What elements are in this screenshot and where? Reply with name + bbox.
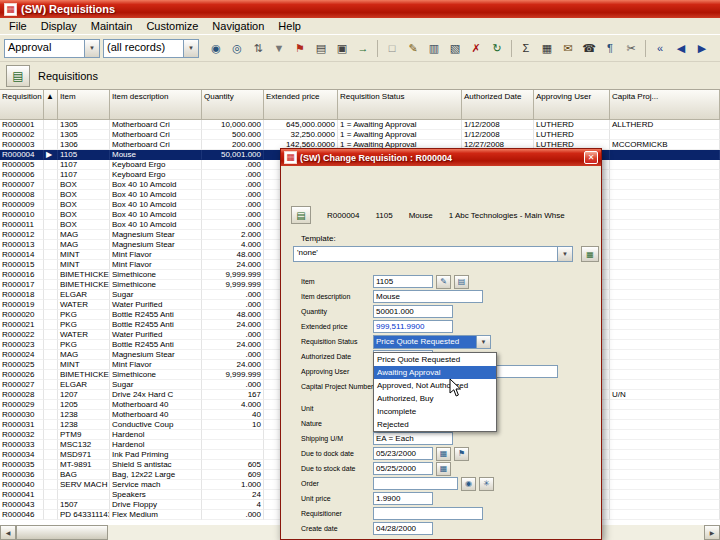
print-icon[interactable]: ▤: [311, 39, 331, 58]
column-header-7[interactable]: Authorized Date: [462, 90, 534, 120]
cell: 1.000: [202, 480, 264, 490]
print-preview-icon[interactable]: ▣: [332, 39, 352, 58]
template-combo[interactable]: 'none' ▼: [293, 246, 573, 262]
field-input[interactable]: [373, 477, 458, 490]
dock-date-flag-icon[interactable]: ⚑: [454, 447, 469, 461]
order-options-icon[interactable]: ✳: [479, 477, 494, 491]
template-combo-dropdown-icon[interactable]: ▼: [557, 247, 572, 261]
last-record-icon[interactable]: »: [713, 39, 720, 58]
table-row[interactable]: R0000011305Motherboard Cri10,000.000645,…: [0, 120, 720, 130]
field-input[interactable]: 999,511.9900: [373, 320, 453, 333]
cell: Magnesium Stear: [110, 240, 202, 250]
field-input[interactable]: [373, 507, 483, 520]
column-header-0[interactable]: Requisition: [0, 90, 44, 120]
column-header-4[interactable]: Quantity: [202, 90, 264, 120]
column-header-8[interactable]: Approving User: [534, 90, 610, 120]
field-input[interactable]: 1.9900: [373, 492, 433, 505]
find-icon[interactable]: ◉: [206, 39, 226, 58]
find-next-icon[interactable]: ◎: [227, 39, 247, 58]
field-input[interactable]: 1105: [373, 275, 433, 288]
cell: R000030: [0, 410, 44, 420]
cell: R000006: [0, 170, 44, 180]
new-record-icon[interactable]: □: [382, 39, 402, 58]
notes-icon[interactable]: ¶: [600, 39, 620, 58]
item-edit-icon[interactable]: ✎: [436, 275, 451, 289]
stock-date-calendar-icon[interactable]: ▦: [436, 462, 451, 476]
approval-combo-dropdown-icon[interactable]: ▼: [84, 40, 99, 57]
order-search-icon[interactable]: ◉: [461, 477, 476, 491]
requisitions-form-icon[interactable]: ▤: [6, 65, 30, 87]
column-header-6[interactable]: Requisition Status: [338, 90, 462, 120]
attachments-icon[interactable]: ✂: [621, 39, 641, 58]
requisition-status-combo[interactable]: Price Quote Requested▼: [373, 335, 491, 349]
app-icon[interactable]: ▦: [4, 3, 17, 16]
dropdown-option[interactable]: Rejected: [374, 418, 496, 431]
refresh-icon[interactable]: ↻: [487, 39, 507, 58]
column-header-9[interactable]: Capita Proj...: [610, 90, 720, 120]
sort-icon[interactable]: ⇅: [248, 39, 268, 58]
field-label: Create date: [301, 525, 373, 532]
cell: Motherboard Cri: [110, 130, 202, 140]
edit-record-icon[interactable]: ✎: [403, 39, 423, 58]
field-input[interactable]: 04/28/2000: [373, 522, 433, 535]
records-filter-dropdown-icon[interactable]: ▼: [183, 40, 198, 57]
mail-icon[interactable]: ✉: [558, 39, 578, 58]
menu-item-maintain[interactable]: Maintain: [84, 19, 140, 33]
cell: [44, 360, 58, 370]
cell: Mint Flavor: [110, 250, 202, 260]
table-row[interactable]: R0000021305Motherboard Cri500.00032,250.…: [0, 130, 720, 140]
delete-record-icon[interactable]: ✗: [466, 39, 486, 58]
column-header-3[interactable]: Item description: [110, 90, 202, 120]
field-label: Nature: [301, 420, 373, 427]
dropdown-option[interactable]: Awaiting Approval: [374, 366, 496, 379]
phone-icon[interactable]: ☎: [579, 39, 599, 58]
cell: MINT: [58, 260, 110, 270]
approval-combo[interactable]: Approval ▼: [4, 39, 100, 58]
column-header-5[interactable]: Extended price: [264, 90, 338, 120]
cell: 609: [202, 470, 264, 480]
next-record-icon[interactable]: ▶: [692, 39, 712, 58]
cell: Box 40 10 Amcold: [110, 180, 202, 190]
dropdown-option[interactable]: Approved, Not Authorized: [374, 379, 496, 392]
dropdown-option[interactable]: Authorized, Buy: [374, 392, 496, 405]
requisition-status-dropdown-icon[interactable]: ▼: [476, 336, 490, 348]
dropdown-option[interactable]: Incomplete: [374, 405, 496, 418]
first-record-icon[interactable]: «: [650, 39, 670, 58]
menu-item-display[interactable]: Display: [34, 19, 84, 33]
dropdown-option[interactable]: Price Quote Requested: [374, 353, 496, 366]
column-header-2[interactable]: Item: [58, 90, 110, 120]
menu-item-help[interactable]: Help: [271, 19, 308, 33]
cell: [610, 200, 720, 210]
close-icon[interactable]: ✕: [584, 151, 598, 164]
cell: R000016: [0, 270, 44, 280]
filter-icon[interactable]: ▼: [269, 39, 289, 58]
menu-item-file[interactable]: File: [2, 19, 34, 33]
paste-icon[interactable]: ▧: [445, 39, 465, 58]
prev-record-icon[interactable]: ◀: [671, 39, 691, 58]
field-input[interactable]: EA = Each: [373, 432, 453, 445]
records-filter-value: (all records): [104, 40, 183, 57]
scroll-right-icon[interactable]: ▶: [704, 525, 720, 540]
export-icon[interactable]: →: [353, 39, 373, 58]
record-form-icon[interactable]: ▤: [291, 206, 311, 224]
cell: [44, 480, 58, 490]
item-note-icon[interactable]: ▤: [454, 275, 469, 289]
menu-item-navigation[interactable]: Navigation: [205, 19, 271, 33]
field-input[interactable]: 05/25/2000: [373, 462, 433, 475]
field-input[interactable]: 50001.000: [373, 305, 453, 318]
menu-item-customize[interactable]: Customize: [139, 19, 205, 33]
sum-icon[interactable]: Σ: [516, 39, 536, 58]
template-lookup-icon[interactable]: ▦: [581, 246, 599, 262]
calculator-icon[interactable]: ▦: [537, 39, 557, 58]
cell: Motherboard Cri: [110, 120, 202, 130]
flag-icon[interactable]: ⚑: [290, 39, 310, 58]
copy-icon[interactable]: ▥: [424, 39, 444, 58]
cell: Magnesium Stear: [110, 350, 202, 360]
scroll-left-icon[interactable]: ◀: [0, 525, 16, 540]
dock-date-calendar-icon[interactable]: ▦: [436, 447, 451, 461]
field-input[interactable]: 05/23/2000: [373, 447, 433, 460]
field-input[interactable]: Mouse: [373, 290, 483, 303]
scrollbar-thumb[interactable]: [16, 525, 108, 540]
column-header-1[interactable]: ▲: [44, 90, 58, 120]
records-filter-combo[interactable]: (all records) ▼: [103, 39, 199, 58]
